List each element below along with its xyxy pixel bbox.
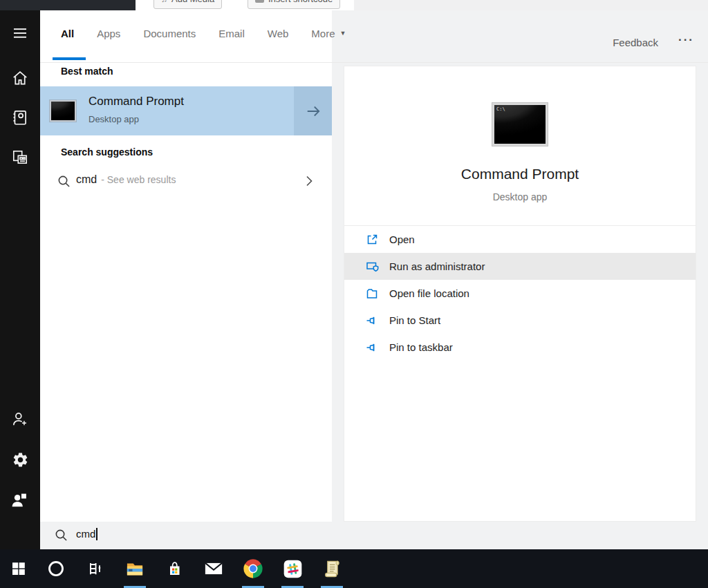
action-pin-to-taskbar[interactable]: Pin to taskbar [344, 334, 696, 361]
best-match-heading: Best match [61, 66, 113, 77]
tab-all[interactable]: All [61, 28, 74, 39]
open-icon [365, 233, 379, 247]
sidebar-item-journal[interactable] [0, 101, 40, 134]
pin-icon [365, 314, 379, 328]
preview-subtitle: Desktop app [344, 191, 696, 202]
shortcode-icon [255, 0, 264, 3]
action-pin-start-label: Pin to Start [389, 314, 440, 326]
media-notes-icon: ♫ [161, 0, 167, 4]
admin-shield-icon [365, 260, 379, 274]
user-picture-icon [11, 491, 29, 509]
suggestion-hint: - See web results [101, 174, 176, 185]
feedback-link[interactable]: Feedback [613, 37, 658, 48]
insert-shortcode-button[interactable]: Insert shortcode [248, 0, 340, 9]
tab-web[interactable]: Web [268, 28, 289, 39]
arrow-right-icon [304, 102, 322, 120]
home-icon [11, 69, 29, 87]
pin-icon [365, 341, 379, 354]
action-open-file-location[interactable]: Open file location [344, 280, 696, 307]
windows-logo-icon [10, 560, 27, 577]
sidebar-item-user-picture[interactable] [0, 484, 40, 517]
sidebar-item-devices[interactable] [0, 141, 40, 174]
tab-email[interactable]: Email [218, 28, 245, 39]
best-match-subtitle: Desktop app [88, 114, 139, 124]
search-flyout: All Apps Documents Email Web More ▼ Feed… [0, 10, 708, 549]
scroll-app-button[interactable] [314, 549, 350, 588]
wp-admin-bar [0, 0, 136, 10]
file-explorer-button[interactable] [117, 549, 153, 588]
flyout-sidebar [0, 10, 40, 549]
command-prompt-icon [50, 100, 76, 122]
action-open[interactable]: Open [344, 226, 696, 253]
tab-more[interactable]: More ▼ [311, 28, 346, 39]
suggestion-query: cmd [76, 173, 97, 185]
file-explorer-icon [125, 559, 145, 578]
cortana-circle-icon [47, 560, 65, 578]
taskbar [0, 549, 708, 588]
search-filter-tabs: All Apps Documents Email Web More ▼ [61, 19, 346, 47]
cortana-button[interactable] [38, 549, 74, 588]
gear-icon [12, 451, 29, 468]
best-match-title: Command Prompt [88, 95, 184, 108]
background-webpage: ♫ Add Media Insert shortcode [0, 0, 708, 10]
context-actions: Open Run as administrator Open file loca… [344, 226, 696, 361]
folder-icon [365, 287, 379, 301]
tab-more-label: More [311, 28, 335, 39]
suggestion-row[interactable]: cmd- See web results [40, 166, 332, 198]
chevron-down-icon: ▼ [340, 30, 346, 37]
chrome-button[interactable] [235, 549, 271, 588]
text-cursor [96, 528, 97, 540]
preview-panel: C:\ Command Prompt Desktop app Open Run … [344, 66, 696, 522]
add-account-icon [11, 410, 29, 428]
best-match-result[interactable]: Command Prompt Desktop app [40, 86, 332, 135]
mail-button[interactable] [196, 549, 232, 588]
search-icon [57, 174, 71, 189]
search-box[interactable]: cmd [40, 522, 708, 549]
add-media-button[interactable]: ♫ Add Media [153, 0, 222, 9]
search-icon [54, 528, 68, 542]
insert-shortcode-label: Insert shortcode [268, 0, 333, 4]
more-options-button[interactable]: ··· [678, 33, 694, 47]
slack-button[interactable] [274, 549, 310, 588]
tab-documents[interactable]: Documents [143, 28, 196, 39]
start-button[interactable] [1, 549, 37, 588]
mail-icon [203, 558, 224, 579]
store-icon [165, 560, 184, 578]
sidebar-item-add-account[interactable] [0, 403, 40, 436]
action-pin-to-start[interactable]: Pin to Start [344, 307, 696, 334]
devices-icon [11, 149, 29, 167]
journal-icon [11, 108, 29, 126]
scroll-icon [322, 558, 342, 579]
header-divider [40, 62, 708, 63]
action-open-location-label: Open file location [389, 287, 469, 299]
task-view-button[interactable] [77, 549, 113, 588]
tab-apps[interactable]: Apps [97, 28, 120, 39]
active-tab-indicator [53, 57, 86, 60]
task-view-icon [86, 560, 104, 578]
sidebar-item-home[interactable] [0, 61, 40, 95]
search-input-value[interactable]: cmd [76, 528, 95, 540]
chevron-right-icon[interactable] [301, 173, 317, 189]
hamburger-icon [12, 25, 28, 41]
hamburger-menu-button[interactable] [0, 17, 40, 50]
action-pin-taskbar-label: Pin to taskbar [389, 341, 453, 353]
slack-icon [283, 559, 303, 579]
add-media-label: Add Media [171, 0, 214, 4]
action-run-as-administrator[interactable]: Run as administrator [344, 253, 696, 280]
chrome-icon [243, 558, 263, 579]
preview-title: Command Prompt [344, 166, 696, 182]
command-prompt-large-icon: C:\ [492, 103, 548, 146]
action-open-label: Open [389, 234, 415, 245]
store-button[interactable] [156, 549, 192, 588]
suggestions-heading: Search suggestions [61, 146, 153, 158]
expand-preview-button[interactable] [294, 86, 332, 135]
cmd-icon-text: C:\ [496, 106, 505, 112]
sidebar-item-settings[interactable] [0, 443, 40, 476]
action-run-admin-label: Run as administrator [389, 260, 485, 272]
